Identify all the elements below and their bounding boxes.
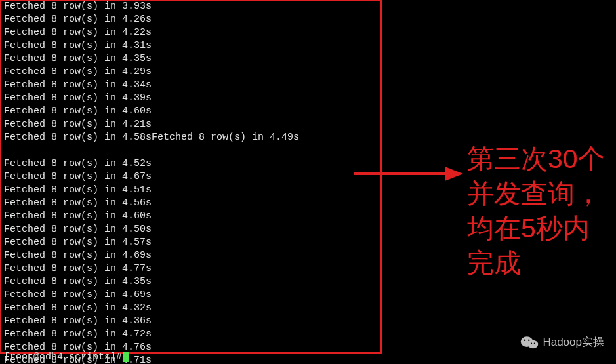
- wechat-icon: [520, 335, 539, 350]
- watermark-text: Hadoop实操: [543, 334, 604, 350]
- svg-point-7: [534, 342, 535, 344]
- annotation-text: 第三次30个并发查询，均在5秒内完成: [467, 142, 611, 281]
- shell-prompt[interactable]: [root@cdh4 scripts]#: [4, 351, 129, 364]
- prompt-text: [root@cdh4 scripts]#: [4, 352, 122, 363]
- cursor: [123, 352, 129, 362]
- svg-point-4: [524, 339, 525, 340]
- annotation-arrow-icon: [352, 164, 463, 184]
- watermark: Hadoop实操: [520, 334, 604, 350]
- svg-point-6: [531, 342, 533, 344]
- svg-point-5: [528, 339, 529, 340]
- svg-marker-1: [445, 167, 463, 181]
- terminal-output: Fetched 8 row(s) in 3.93s Fetched 8 row(…: [4, 0, 299, 364]
- svg-point-3: [528, 340, 539, 348]
